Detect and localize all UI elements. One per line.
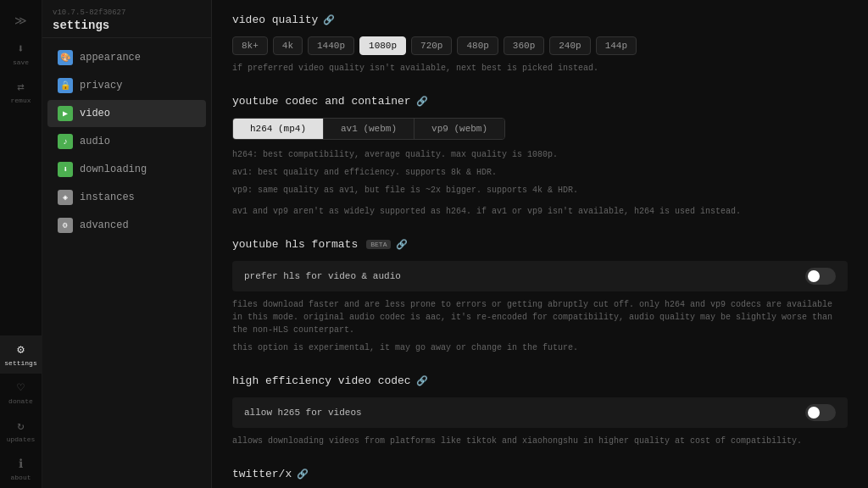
video-quality-title: video quality 🔗 — [232, 14, 848, 26]
settings-icon: ⚙ — [17, 342, 24, 357]
advanced-icon: ⚙ — [58, 218, 73, 233]
quality-btn-240p[interactable]: 240p — [549, 36, 590, 55]
instances-label: instances — [80, 191, 135, 203]
appearance-icon: 🎨 — [58, 50, 73, 65]
quality-buttons-group: 8k+ 4k 1440p 1080p 720p 480p 360p 240p 1… — [232, 36, 848, 55]
hevc-link-icon[interactable]: 🔗 — [416, 375, 428, 386]
updates-icon: ↻ — [17, 419, 24, 433]
about-nav-button[interactable]: ℹ about — [0, 450, 42, 488]
hevc-toggle-row: allow h265 for videos — [232, 397, 848, 428]
main-content: video quality 🔗 8k+ 4k 1440p 1080p 720p … — [212, 0, 868, 488]
downloading-label: downloading — [80, 164, 147, 175]
codec-desc-4: av1 and vp9 aren't as widely supported a… — [232, 205, 848, 218]
audio-icon: ♪ — [58, 134, 73, 149]
instances-icon: ◈ — [58, 190, 73, 205]
hls-toggle-knob — [808, 270, 820, 282]
sidebar: v10.7.5-82f30627 settings 🎨 appearance 🔒… — [42, 0, 212, 488]
settings-nav-button[interactable]: ⚙ settings — [0, 336, 42, 374]
quality-btn-720p[interactable]: 720p — [411, 36, 452, 55]
video-quality-link-icon[interactable]: 🔗 — [323, 14, 335, 25]
privacy-icon: 🔒 — [58, 78, 73, 93]
hls-toggle[interactable] — [805, 268, 836, 285]
beta-badge: BETA — [366, 240, 391, 249]
youtube-codec-title: youtube codec and container 🔗 — [232, 95, 848, 108]
codec-buttons-group: h264 (mp4) av1 (webm) vp9 (webm) — [232, 118, 505, 140]
donate-nav-button[interactable]: ♡ donate — [0, 374, 42, 412]
remux-label: remux — [10, 97, 31, 104]
hevc-title: high efficiency video codec 🔗 — [232, 374, 848, 387]
appearance-label: appearance — [80, 52, 141, 64]
codec-link-icon[interactable]: 🔗 — [416, 96, 428, 107]
twitter-title: twitter/x 🔗 — [232, 468, 848, 480]
hevc-toggle-label: allow h265 for videos — [244, 408, 362, 418]
about-label: about — [10, 474, 31, 481]
sidebar-header: v10.7.5-82f30627 settings — [42, 0, 211, 38]
hls-toggle-row: prefer hls for video & audio — [232, 261, 848, 291]
hevc-section: high efficiency video codec 🔗 allow h265… — [232, 374, 848, 447]
remux-button[interactable]: ⇄ remux — [0, 73, 42, 111]
downloading-icon: ⬇ — [58, 162, 73, 177]
quality-btn-1080p[interactable]: 1080p — [359, 36, 406, 55]
codec-desc-2: av1: best quality and efficiency. suppor… — [232, 166, 848, 179]
version-text: v10.7.5-82f30627 — [53, 8, 201, 17]
codec-desc-3: vp9: same quality as av1, but file is ~2… — [232, 184, 848, 197]
sidebar-item-appearance[interactable]: 🎨 appearance — [47, 44, 206, 71]
quality-btn-4k[interactable]: 4k — [273, 36, 303, 55]
quality-btn-144p[interactable]: 144p — [596, 36, 637, 55]
hls-description: files download faster and are less prone… — [232, 298, 848, 336]
quality-btn-480p[interactable]: 480p — [457, 36, 498, 55]
video-label: video — [80, 108, 110, 119]
sidebar-item-video[interactable]: ▶ video — [47, 100, 206, 127]
sidebar-item-instances[interactable]: ◈ instances — [47, 184, 206, 211]
codec-btn-vp9[interactable]: vp9 (webm) — [415, 119, 504, 139]
hls-title: youtube hls formats BETA 🔗 — [232, 238, 848, 251]
youtube-codec-section: youtube codec and container 🔗 h264 (mp4)… — [232, 95, 848, 218]
codec-btn-h264[interactable]: h264 (mp4) — [233, 119, 324, 139]
settings-nav-label: settings — [4, 359, 36, 367]
updates-label: updates — [7, 435, 36, 443]
quality-btn-360p[interactable]: 360p — [504, 36, 544, 55]
hevc-toggle-knob — [808, 407, 820, 419]
video-quality-description: if preferred video quality isn't availab… — [232, 62, 848, 75]
save-label: save — [13, 58, 29, 66]
remux-icon: ⇄ — [17, 80, 24, 94]
hevc-description: allows downloading videos from platforms… — [232, 435, 848, 447]
chevron-right-icon: ≫ — [14, 14, 27, 28]
save-button[interactable]: ⬇ save — [0, 35, 42, 73]
codec-btn-av1[interactable]: av1 (webm) — [324, 119, 415, 139]
donate-label: donate — [8, 397, 33, 405]
video-icon: ▶ — [58, 106, 73, 121]
advanced-label: advanced — [80, 219, 129, 231]
quality-btn-1440p[interactable]: 1440p — [308, 36, 354, 55]
twitter-link-icon[interactable]: 🔗 — [297, 469, 309, 480]
codec-desc-1: h264: best compatibility, average qualit… — [232, 148, 848, 161]
sidebar-item-privacy[interactable]: 🔒 privacy — [47, 72, 206, 99]
icon-column: ≫ ⬇ save ⇄ remux ⚙ settings ♡ donate ↻ u… — [0, 0, 42, 488]
sidebar-item-advanced[interactable]: ⚙ advanced — [47, 212, 206, 239]
save-icon: ⬇ — [17, 42, 24, 56]
privacy-label: privacy — [80, 80, 122, 92]
audio-label: audio — [80, 136, 110, 147]
hls-description-2: this option is experimental, it may go a… — [232, 341, 848, 354]
updates-nav-button[interactable]: ↻ updates — [0, 412, 42, 450]
sidebar-nav: 🎨 appearance 🔒 privacy ▶ video ♪ audio ⬇… — [42, 38, 211, 488]
hls-section: youtube hls formats BETA 🔗 prefer hls fo… — [232, 238, 848, 354]
hls-toggle-label: prefer hls for video & audio — [244, 271, 401, 281]
video-quality-section: video quality 🔗 8k+ 4k 1440p 1080p 720p … — [232, 14, 848, 75]
app-title: settings — [53, 19, 201, 32]
twitter-section: twitter/x 🔗 convert looping videos to GI… — [232, 468, 848, 488]
info-icon: ℹ — [19, 457, 23, 471]
hls-link-icon[interactable]: 🔗 — [396, 239, 408, 250]
expand-button[interactable]: ≫ — [0, 7, 42, 35]
quality-btn-8k[interactable]: 8k+ — [232, 36, 268, 55]
hevc-toggle[interactable] — [805, 404, 836, 421]
heart-icon: ♡ — [17, 380, 24, 395]
sidebar-item-downloading[interactable]: ⬇ downloading — [47, 156, 206, 183]
sidebar-item-audio[interactable]: ♪ audio — [47, 128, 206, 155]
